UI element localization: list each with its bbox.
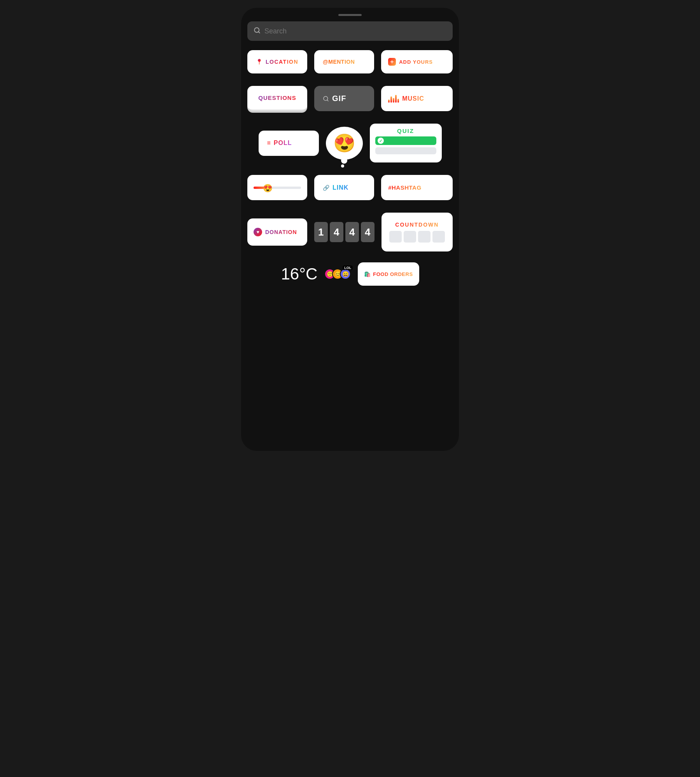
donation-heart-icon: ♥ xyxy=(254,228,262,236)
link-label: LINK xyxy=(332,184,348,191)
sticker-quiz[interactable]: QUIZ ✓ xyxy=(370,124,442,162)
digit-3: 4 xyxy=(345,222,359,242)
sticker-donation[interactable]: ♥ DONATION xyxy=(247,218,307,246)
countdown-box-4 xyxy=(432,231,445,243)
donation-label: DONATION xyxy=(265,229,297,235)
countdown-label-text: COUNTDOWN xyxy=(395,222,439,228)
sticker-countdown-label[interactable]: COUNTDOWN xyxy=(382,213,453,251)
food-orders-label: FOOD ORDERS xyxy=(373,271,413,277)
sticker-add-yours[interactable]: ADD YOURS xyxy=(381,50,453,73)
gif-search-icon xyxy=(323,96,329,102)
slider-emoji: 😍 xyxy=(263,183,273,193)
sticker-row-2: QUESTIONS GIF MUSIC xyxy=(247,86,453,111)
sticker-mention[interactable]: @MENTION xyxy=(314,50,374,73)
sticker-row-5: ♥ DONATION 1 4 4 4 COUNTDOWN xyxy=(247,213,453,251)
sticker-food-orders[interactable]: 🛍️ FOOD ORDERS xyxy=(358,262,419,286)
add-yours-icon xyxy=(388,58,396,66)
heart-eyes-emoji: 😍 xyxy=(333,133,355,154)
link-icon: 🔗 xyxy=(323,185,329,191)
food-orders-icon: 🛍️ xyxy=(364,271,371,277)
sticker-row-4: 😍 🔗 LINK #HASHTAG xyxy=(247,175,453,200)
quiz-empty-bar xyxy=(375,147,436,154)
avatar-cluster: 🙂 😊 😄 LOL xyxy=(324,269,351,279)
poll-icon: ≡ xyxy=(267,140,271,147)
quiz-correct-bar: ✓ xyxy=(375,136,436,145)
sticker-poll[interactable]: ≡ POLL xyxy=(259,131,319,156)
sticker-gif[interactable]: GIF xyxy=(314,86,374,111)
sticker-row-1: 📍 LOCATION @MENTION ADD YOURS xyxy=(247,50,453,73)
sticker-emoji-slider[interactable]: 😍 xyxy=(247,175,307,200)
lol-badge: LOL xyxy=(343,265,353,270)
sticker-questions[interactable]: QUESTIONS xyxy=(247,86,307,111)
phone-frame: 📍 LOCATION @MENTION ADD YOURS QUESTIONS xyxy=(241,8,459,451)
temperature-display: 16°C xyxy=(281,265,317,283)
sticker-countdown-timer[interactable]: 1 4 4 4 xyxy=(314,218,374,246)
digit-1: 1 xyxy=(314,222,328,242)
sticker-music[interactable]: MUSIC xyxy=(381,86,453,111)
music-label: MUSIC xyxy=(402,95,424,102)
bubble-tail xyxy=(341,164,344,168)
digit-4: 4 xyxy=(361,222,374,242)
sticker-hashtag[interactable]: #HASHTAG xyxy=(381,175,453,200)
digit-2: 4 xyxy=(330,222,343,242)
quiz-label: QUIZ xyxy=(375,127,436,134)
avatar-3: 😄 xyxy=(340,269,351,279)
emoji-bubble: 😍 xyxy=(326,127,363,160)
countdown-box-3 xyxy=(418,231,430,243)
countdown-box-1 xyxy=(389,231,402,243)
sticker-link[interactable]: 🔗 LINK xyxy=(314,175,374,200)
svg-line-4 xyxy=(327,100,328,101)
sticker-emoji-bubble[interactable]: 😍 xyxy=(326,127,363,160)
search-icon xyxy=(254,27,261,35)
stickers-grid: 📍 LOCATION @MENTION ADD YOURS QUESTIONS xyxy=(241,50,459,259)
poll-label: POLL xyxy=(274,140,292,147)
quiz-check-icon: ✓ xyxy=(378,138,384,144)
countdown-box-2 xyxy=(404,231,416,243)
slider-track: 😍 xyxy=(254,187,301,189)
mention-label: @MENTION xyxy=(323,59,355,65)
hashtag-label: #HASHTAG xyxy=(388,184,421,191)
svg-line-1 xyxy=(258,31,259,33)
bottom-partial-row: 16°C 🙂 😊 😄 LOL 🛍️ FOOD ORDERS xyxy=(241,262,459,286)
questions-label: QUESTIONS xyxy=(258,94,296,101)
countdown-boxes xyxy=(389,231,445,243)
music-bars-icon xyxy=(388,95,399,103)
sticker-location[interactable]: 📍 LOCATION xyxy=(247,50,307,73)
avatar-group: 🙂 😊 😄 xyxy=(324,269,351,279)
sticker-row-3: ≡ POLL 😍 QUIZ ✓ xyxy=(247,124,453,162)
drag-handle xyxy=(338,14,362,16)
gif-label: GIF xyxy=(332,94,346,103)
add-yours-label: ADD YOURS xyxy=(399,59,433,65)
location-label: LOCATION xyxy=(266,59,298,65)
search-input[interactable] xyxy=(264,27,446,35)
location-pin-icon: 📍 xyxy=(256,59,262,65)
search-bar[interactable] xyxy=(247,21,453,41)
